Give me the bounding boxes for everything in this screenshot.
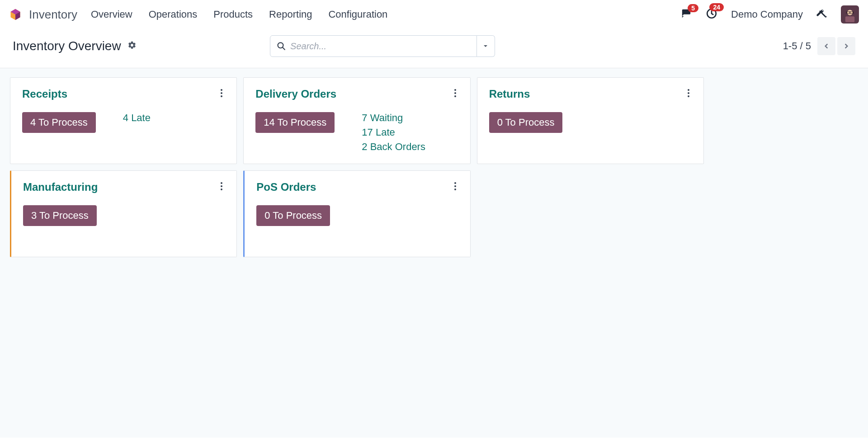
control-panel: Inventory Overview 1-5 / 5 <box>0 29 868 68</box>
stat-link[interactable]: 7 Waiting <box>362 112 425 124</box>
company-selector[interactable]: Demo Company <box>731 9 803 20</box>
card-receipts: Receipts 4 To Process 4 Late <box>10 77 237 164</box>
kebab-icon <box>220 182 223 191</box>
process-button[interactable]: 0 To Process <box>256 205 330 226</box>
user-avatar[interactable] <box>841 5 859 24</box>
pager: 1-5 / 5 <box>783 37 855 55</box>
card-title[interactable]: Delivery Orders <box>255 88 336 100</box>
search-wrap <box>270 35 495 57</box>
nav-products[interactable]: Products <box>213 9 253 20</box>
svg-rect-9 <box>845 16 854 22</box>
card-pos-orders: PoS Orders 0 To Process <box>243 170 470 257</box>
process-button[interactable]: 0 To Process <box>489 112 563 133</box>
page-title: Inventory Overview <box>13 39 121 53</box>
nav-links: Overview Operations Products Reporting C… <box>91 9 387 20</box>
svg-point-12 <box>221 89 222 91</box>
card-menu-button[interactable] <box>218 181 225 193</box>
search-input[interactable] <box>290 41 470 52</box>
nav-configuration[interactable]: Configuration <box>328 9 387 20</box>
stat-link[interactable]: 17 Late <box>362 127 425 138</box>
svg-point-14 <box>221 95 222 97</box>
kebab-icon <box>220 89 223 98</box>
process-button[interactable]: 4 To Process <box>22 112 96 133</box>
kebab-icon <box>454 89 457 98</box>
app-name: Inventory <box>29 8 77 22</box>
activities-badge: 24 <box>709 3 724 11</box>
view-settings-button[interactable] <box>127 41 137 52</box>
svg-point-25 <box>454 185 456 187</box>
svg-point-15 <box>454 89 456 91</box>
messages-button[interactable]: 5 <box>680 9 692 20</box>
pager-prev-button[interactable] <box>817 37 835 55</box>
svg-rect-8 <box>850 12 853 13</box>
svg-point-22 <box>221 185 222 187</box>
nav-reporting[interactable]: Reporting <box>269 9 312 20</box>
svg-point-16 <box>454 92 456 94</box>
stat-link[interactable]: 4 Late <box>123 112 151 124</box>
svg-point-13 <box>221 92 222 94</box>
kebab-icon <box>454 182 457 191</box>
tools-icon <box>816 8 827 19</box>
gear-icon <box>127 41 137 50</box>
pager-next-button[interactable] <box>837 37 855 55</box>
card-title[interactable]: Returns <box>489 88 530 100</box>
card-delivery-orders: Delivery Orders 14 To Process 7 Waiting … <box>243 77 470 164</box>
svg-line-11 <box>282 47 284 50</box>
debug-button[interactable] <box>816 8 827 21</box>
svg-point-21 <box>221 182 222 184</box>
top-nav: Inventory Overview Operations Products R… <box>0 0 868 29</box>
nav-overview[interactable]: Overview <box>91 9 132 20</box>
search-options-dropdown[interactable] <box>477 35 495 57</box>
search-icon <box>277 41 286 51</box>
card-menu-button[interactable] <box>452 88 458 100</box>
avatar-icon <box>842 7 858 22</box>
card-menu-button[interactable] <box>685 88 692 100</box>
card-title[interactable]: Manufacturing <box>23 181 98 193</box>
card-menu-button[interactable] <box>218 88 225 100</box>
activities-button[interactable]: 24 <box>706 8 717 21</box>
svg-rect-7 <box>847 12 849 13</box>
card-returns: Returns 0 To Process <box>477 77 704 164</box>
messages-badge: 5 <box>688 4 698 12</box>
process-button[interactable]: 3 To Process <box>23 205 97 226</box>
chevron-left-icon <box>823 43 830 49</box>
svg-point-18 <box>688 89 689 91</box>
card-manufacturing: Manufacturing 3 To Process <box>10 170 237 257</box>
nav-operations[interactable]: Operations <box>149 9 198 20</box>
kebab-icon <box>687 89 690 98</box>
card-grid: Receipts 4 To Process 4 Late Delivery Or… <box>10 77 704 257</box>
chevron-right-icon <box>843 43 849 49</box>
stat-link[interactable]: 2 Back Orders <box>362 141 425 153</box>
svg-point-26 <box>454 188 456 190</box>
app-logo <box>9 8 22 21</box>
search-box[interactable] <box>270 35 477 57</box>
svg-point-17 <box>454 95 456 97</box>
svg-point-24 <box>454 182 456 184</box>
svg-point-20 <box>688 95 689 97</box>
svg-point-19 <box>688 92 689 94</box>
pager-text: 1-5 / 5 <box>783 40 811 52</box>
top-nav-right: 5 24 Demo Company <box>680 5 859 24</box>
kanban-view: Receipts 4 To Process 4 Late Delivery Or… <box>0 68 868 438</box>
svg-point-23 <box>221 188 222 190</box>
card-title[interactable]: Receipts <box>22 88 67 100</box>
caret-down-icon <box>483 43 488 49</box>
process-button[interactable]: 14 To Process <box>255 112 335 133</box>
card-title[interactable]: PoS Orders <box>256 181 316 193</box>
card-menu-button[interactable] <box>452 181 458 193</box>
